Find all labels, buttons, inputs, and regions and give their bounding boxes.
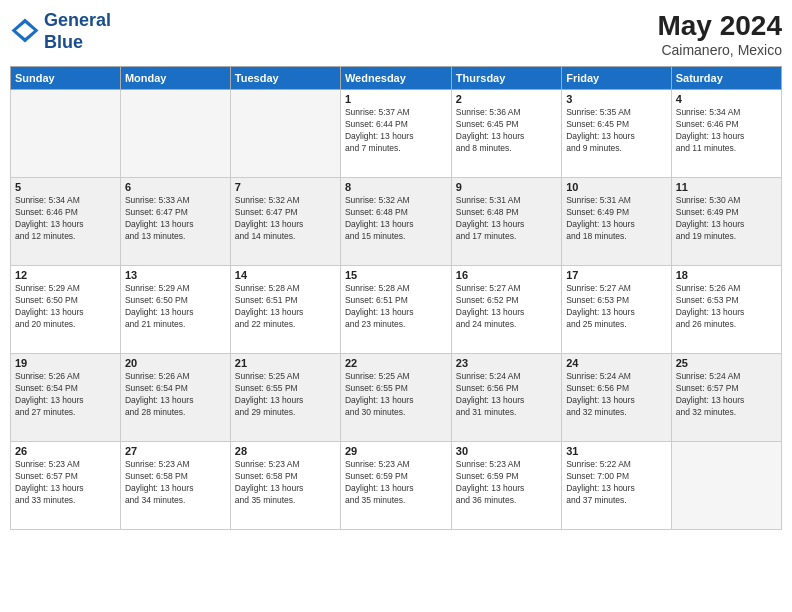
logo-icon <box>10 17 40 47</box>
title-area: May 2024 Caimanero, Mexico <box>657 10 782 58</box>
day-info: Sunrise: 5:34 AM Sunset: 6:46 PM Dayligh… <box>676 107 777 155</box>
calendar-week-row: 26Sunrise: 5:23 AM Sunset: 6:57 PM Dayli… <box>11 442 782 530</box>
day-number: 27 <box>125 445 226 457</box>
table-row: 19Sunrise: 5:26 AM Sunset: 6:54 PM Dayli… <box>11 354 121 442</box>
col-friday: Friday <box>562 67 672 90</box>
table-row: 4Sunrise: 5:34 AM Sunset: 6:46 PM Daylig… <box>671 90 781 178</box>
day-info: Sunrise: 5:22 AM Sunset: 7:00 PM Dayligh… <box>566 459 667 507</box>
day-number: 12 <box>15 269 116 281</box>
col-wednesday: Wednesday <box>340 67 451 90</box>
table-row: 25Sunrise: 5:24 AM Sunset: 6:57 PM Dayli… <box>671 354 781 442</box>
location: Caimanero, Mexico <box>657 42 782 58</box>
table-row: 17Sunrise: 5:27 AM Sunset: 6:53 PM Dayli… <box>562 266 672 354</box>
day-number: 25 <box>676 357 777 369</box>
day-number: 14 <box>235 269 336 281</box>
day-info: Sunrise: 5:36 AM Sunset: 6:45 PM Dayligh… <box>456 107 557 155</box>
day-number: 5 <box>15 181 116 193</box>
day-info: Sunrise: 5:26 AM Sunset: 6:53 PM Dayligh… <box>676 283 777 331</box>
calendar: Sunday Monday Tuesday Wednesday Thursday… <box>10 66 782 530</box>
calendar-header-row: Sunday Monday Tuesday Wednesday Thursday… <box>11 67 782 90</box>
day-number: 21 <box>235 357 336 369</box>
table-row: 1Sunrise: 5:37 AM Sunset: 6:44 PM Daylig… <box>340 90 451 178</box>
table-row: 6Sunrise: 5:33 AM Sunset: 6:47 PM Daylig… <box>120 178 230 266</box>
table-row <box>230 90 340 178</box>
table-row: 11Sunrise: 5:30 AM Sunset: 6:49 PM Dayli… <box>671 178 781 266</box>
day-number: 4 <box>676 93 777 105</box>
header: General Blue May 2024 Caimanero, Mexico <box>10 10 782 58</box>
month-year: May 2024 <box>657 10 782 42</box>
page-container: General Blue May 2024 Caimanero, Mexico … <box>0 0 792 612</box>
day-number: 31 <box>566 445 667 457</box>
day-info: Sunrise: 5:24 AM Sunset: 6:56 PM Dayligh… <box>456 371 557 419</box>
table-row: 9Sunrise: 5:31 AM Sunset: 6:48 PM Daylig… <box>451 178 561 266</box>
day-number: 10 <box>566 181 667 193</box>
day-number: 20 <box>125 357 226 369</box>
calendar-week-row: 12Sunrise: 5:29 AM Sunset: 6:50 PM Dayli… <box>11 266 782 354</box>
day-number: 19 <box>15 357 116 369</box>
day-info: Sunrise: 5:31 AM Sunset: 6:49 PM Dayligh… <box>566 195 667 243</box>
day-number: 8 <box>345 181 447 193</box>
table-row: 18Sunrise: 5:26 AM Sunset: 6:53 PM Dayli… <box>671 266 781 354</box>
logo-line2: Blue <box>44 32 111 54</box>
col-saturday: Saturday <box>671 67 781 90</box>
day-number: 23 <box>456 357 557 369</box>
table-row: 16Sunrise: 5:27 AM Sunset: 6:52 PM Dayli… <box>451 266 561 354</box>
day-info: Sunrise: 5:31 AM Sunset: 6:48 PM Dayligh… <box>456 195 557 243</box>
table-row: 28Sunrise: 5:23 AM Sunset: 6:58 PM Dayli… <box>230 442 340 530</box>
day-number: 7 <box>235 181 336 193</box>
table-row: 29Sunrise: 5:23 AM Sunset: 6:59 PM Dayli… <box>340 442 451 530</box>
col-sunday: Sunday <box>11 67 121 90</box>
table-row: 12Sunrise: 5:29 AM Sunset: 6:50 PM Dayli… <box>11 266 121 354</box>
table-row: 7Sunrise: 5:32 AM Sunset: 6:47 PM Daylig… <box>230 178 340 266</box>
table-row <box>120 90 230 178</box>
day-number: 15 <box>345 269 447 281</box>
day-info: Sunrise: 5:29 AM Sunset: 6:50 PM Dayligh… <box>15 283 116 331</box>
col-tuesday: Tuesday <box>230 67 340 90</box>
day-info: Sunrise: 5:30 AM Sunset: 6:49 PM Dayligh… <box>676 195 777 243</box>
day-info: Sunrise: 5:23 AM Sunset: 6:59 PM Dayligh… <box>345 459 447 507</box>
day-number: 22 <box>345 357 447 369</box>
day-number: 18 <box>676 269 777 281</box>
table-row: 22Sunrise: 5:25 AM Sunset: 6:55 PM Dayli… <box>340 354 451 442</box>
day-info: Sunrise: 5:24 AM Sunset: 6:56 PM Dayligh… <box>566 371 667 419</box>
day-info: Sunrise: 5:25 AM Sunset: 6:55 PM Dayligh… <box>345 371 447 419</box>
day-number: 1 <box>345 93 447 105</box>
calendar-week-row: 1Sunrise: 5:37 AM Sunset: 6:44 PM Daylig… <box>11 90 782 178</box>
day-info: Sunrise: 5:23 AM Sunset: 6:59 PM Dayligh… <box>456 459 557 507</box>
logo: General Blue <box>10 10 111 53</box>
table-row: 8Sunrise: 5:32 AM Sunset: 6:48 PM Daylig… <box>340 178 451 266</box>
day-info: Sunrise: 5:33 AM Sunset: 6:47 PM Dayligh… <box>125 195 226 243</box>
day-number: 28 <box>235 445 336 457</box>
day-info: Sunrise: 5:23 AM Sunset: 6:58 PM Dayligh… <box>235 459 336 507</box>
table-row: 30Sunrise: 5:23 AM Sunset: 6:59 PM Dayli… <box>451 442 561 530</box>
day-number: 13 <box>125 269 226 281</box>
table-row: 5Sunrise: 5:34 AM Sunset: 6:46 PM Daylig… <box>11 178 121 266</box>
table-row: 13Sunrise: 5:29 AM Sunset: 6:50 PM Dayli… <box>120 266 230 354</box>
col-monday: Monday <box>120 67 230 90</box>
table-row: 26Sunrise: 5:23 AM Sunset: 6:57 PM Dayli… <box>11 442 121 530</box>
table-row: 31Sunrise: 5:22 AM Sunset: 7:00 PM Dayli… <box>562 442 672 530</box>
day-info: Sunrise: 5:24 AM Sunset: 6:57 PM Dayligh… <box>676 371 777 419</box>
table-row <box>11 90 121 178</box>
day-info: Sunrise: 5:25 AM Sunset: 6:55 PM Dayligh… <box>235 371 336 419</box>
day-info: Sunrise: 5:27 AM Sunset: 6:53 PM Dayligh… <box>566 283 667 331</box>
day-info: Sunrise: 5:27 AM Sunset: 6:52 PM Dayligh… <box>456 283 557 331</box>
logo-text: General Blue <box>44 10 111 53</box>
day-info: Sunrise: 5:26 AM Sunset: 6:54 PM Dayligh… <box>125 371 226 419</box>
table-row: 15Sunrise: 5:28 AM Sunset: 6:51 PM Dayli… <box>340 266 451 354</box>
table-row: 14Sunrise: 5:28 AM Sunset: 6:51 PM Dayli… <box>230 266 340 354</box>
day-number: 17 <box>566 269 667 281</box>
day-number: 3 <box>566 93 667 105</box>
col-thursday: Thursday <box>451 67 561 90</box>
day-info: Sunrise: 5:28 AM Sunset: 6:51 PM Dayligh… <box>235 283 336 331</box>
calendar-week-row: 19Sunrise: 5:26 AM Sunset: 6:54 PM Dayli… <box>11 354 782 442</box>
table-row <box>671 442 781 530</box>
calendar-week-row: 5Sunrise: 5:34 AM Sunset: 6:46 PM Daylig… <box>11 178 782 266</box>
table-row: 23Sunrise: 5:24 AM Sunset: 6:56 PM Dayli… <box>451 354 561 442</box>
table-row: 10Sunrise: 5:31 AM Sunset: 6:49 PM Dayli… <box>562 178 672 266</box>
day-info: Sunrise: 5:32 AM Sunset: 6:47 PM Dayligh… <box>235 195 336 243</box>
day-number: 29 <box>345 445 447 457</box>
day-info: Sunrise: 5:32 AM Sunset: 6:48 PM Dayligh… <box>345 195 447 243</box>
day-number: 26 <box>15 445 116 457</box>
day-info: Sunrise: 5:35 AM Sunset: 6:45 PM Dayligh… <box>566 107 667 155</box>
